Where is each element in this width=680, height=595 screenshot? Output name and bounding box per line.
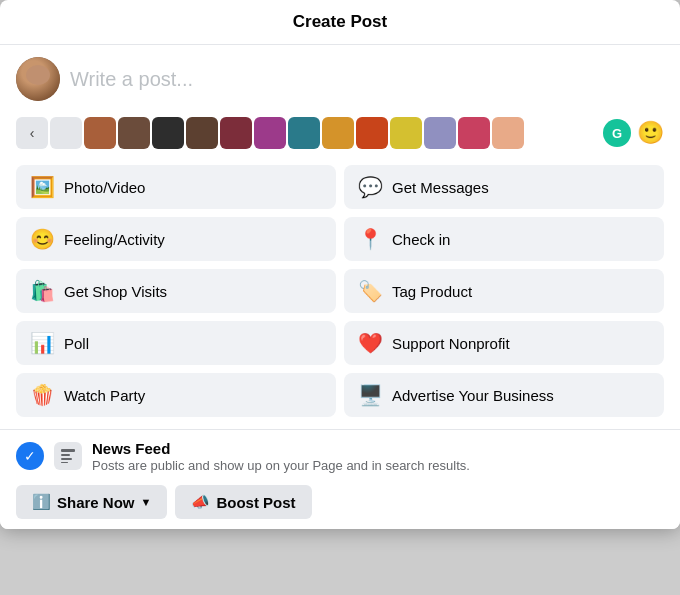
poll-label: Poll bbox=[64, 335, 89, 352]
news-feed-text: News Feed Posts are public and show up o… bbox=[92, 440, 664, 475]
support-nonprofit-label: Support Nonprofit bbox=[392, 335, 510, 352]
nav-left-btn[interactable]: ‹ bbox=[16, 117, 48, 149]
get-shop-visits-icon: 🛍️ bbox=[28, 277, 56, 305]
advertise-business-label: Advertise Your Business bbox=[392, 387, 554, 404]
check-in-button[interactable]: 📍 Check in bbox=[344, 217, 664, 261]
svg-rect-1 bbox=[61, 454, 70, 456]
check-icon: ✓ bbox=[16, 442, 44, 470]
check-in-icon: 📍 bbox=[356, 225, 384, 253]
svg-rect-3 bbox=[61, 462, 68, 463]
compose-placeholder[interactable]: Write a post... bbox=[70, 68, 193, 91]
get-messages-icon: 💬 bbox=[356, 173, 384, 201]
feeling-activity-button[interactable]: 😊 Feeling/Activity bbox=[16, 217, 336, 261]
swatch-lavender[interactable] bbox=[424, 117, 456, 149]
poll-button[interactable]: 📊 Poll bbox=[16, 321, 336, 365]
svg-rect-0 bbox=[61, 449, 75, 452]
get-shop-visits-label: Get Shop Visits bbox=[64, 283, 167, 300]
swatch-dark-brown[interactable] bbox=[118, 117, 150, 149]
photo-video-label: Photo/Video bbox=[64, 179, 145, 196]
news-feed-desc: Posts are public and show up on your Pag… bbox=[92, 457, 664, 475]
watch-party-label: Watch Party bbox=[64, 387, 145, 404]
get-shop-visits-button[interactable]: 🛍️ Get Shop Visits bbox=[16, 269, 336, 313]
swatch-pink[interactable] bbox=[458, 117, 490, 149]
swatch-peach[interactable] bbox=[492, 117, 524, 149]
swatch-yellow[interactable] bbox=[390, 117, 422, 149]
tag-product-label: Tag Product bbox=[392, 283, 472, 300]
news-feed-icon bbox=[54, 442, 82, 470]
swatch-brown[interactable] bbox=[84, 117, 116, 149]
right-icons: G 🙂 bbox=[603, 119, 664, 147]
swatch-list: ‹ bbox=[16, 117, 599, 149]
post-footer: ✓ News Feed Posts are public and show up… bbox=[0, 429, 680, 529]
emoji-picker-icon[interactable]: 🙂 bbox=[637, 120, 664, 146]
swatch-black[interactable] bbox=[152, 117, 184, 149]
news-feed-row: ✓ News Feed Posts are public and show up… bbox=[16, 440, 664, 475]
avatar-image bbox=[16, 57, 60, 101]
feeling-activity-icon: 😊 bbox=[28, 225, 56, 253]
watch-party-icon: 🍿 bbox=[28, 381, 56, 409]
tag-product-button[interactable]: 🏷️ Tag Product bbox=[344, 269, 664, 313]
svg-rect-2 bbox=[61, 458, 72, 460]
boost-post-label: Boost Post bbox=[216, 494, 295, 511]
photo-video-icon: 🖼️ bbox=[28, 173, 56, 201]
modal-header: Create Post bbox=[0, 0, 680, 45]
get-messages-label: Get Messages bbox=[392, 179, 489, 196]
modal-title: Create Post bbox=[293, 12, 387, 32]
create-post-modal: Create Post Write a post... ‹ G bbox=[0, 0, 680, 529]
action-buttons: ℹ️ Share Now ▼ 📣 Boost Post bbox=[16, 485, 664, 519]
share-icon: ℹ️ bbox=[32, 493, 51, 511]
swatch-amber[interactable] bbox=[322, 117, 354, 149]
swatch-teal[interactable] bbox=[288, 117, 320, 149]
share-now-label: Share Now bbox=[57, 494, 135, 511]
support-nonprofit-icon: ❤️ bbox=[356, 329, 384, 357]
tag-product-icon: 🏷️ bbox=[356, 277, 384, 305]
advertise-business-icon: 🖥️ bbox=[356, 381, 384, 409]
compose-area: Write a post... bbox=[0, 45, 680, 113]
swatch-white[interactable] bbox=[50, 117, 82, 149]
share-chevron-icon: ▼ bbox=[141, 496, 152, 508]
swatch-purple[interactable] bbox=[254, 117, 286, 149]
swatch-orange-red[interactable] bbox=[356, 117, 388, 149]
photo-video-button[interactable]: 🖼️ Photo/Video bbox=[16, 165, 336, 209]
poll-icon: 📊 bbox=[28, 329, 56, 357]
support-nonprofit-button[interactable]: ❤️ Support Nonprofit bbox=[344, 321, 664, 365]
feeling-activity-label: Feeling/Activity bbox=[64, 231, 165, 248]
share-now-button[interactable]: ℹ️ Share Now ▼ bbox=[16, 485, 167, 519]
avatar bbox=[16, 57, 60, 101]
watch-party-button[interactable]: 🍿 Watch Party bbox=[16, 373, 336, 417]
emoji-toolbar: ‹ G 🙂 bbox=[0, 113, 680, 157]
get-messages-button[interactable]: 💬 Get Messages bbox=[344, 165, 664, 209]
options-grid: 🖼️ Photo/Video 💬 Get Messages 😊 Feeling/… bbox=[0, 157, 680, 429]
news-feed-title: News Feed bbox=[92, 440, 664, 457]
boost-post-button[interactable]: 📣 Boost Post bbox=[175, 485, 311, 519]
swatch-dark-red[interactable] bbox=[220, 117, 252, 149]
boost-icon: 📣 bbox=[191, 493, 210, 511]
grammarly-icon[interactable]: G bbox=[603, 119, 631, 147]
check-in-label: Check in bbox=[392, 231, 450, 248]
advertise-business-button[interactable]: 🖥️ Advertise Your Business bbox=[344, 373, 664, 417]
swatch-dark-tan[interactable] bbox=[186, 117, 218, 149]
